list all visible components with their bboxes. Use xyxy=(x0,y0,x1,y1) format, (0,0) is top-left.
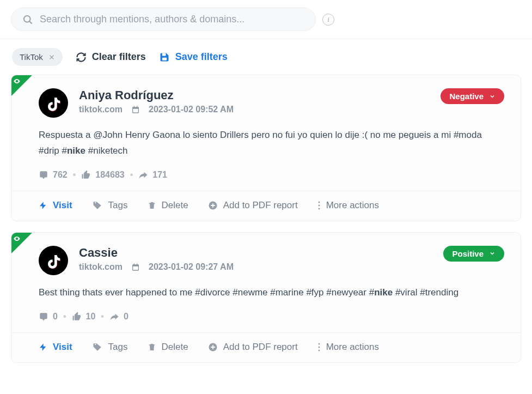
delete-button[interactable]: Delete xyxy=(148,342,188,353)
visit-button[interactable]: Visit xyxy=(39,200,72,211)
svg-rect-9 xyxy=(134,106,134,107)
comments-stat: 762 xyxy=(39,170,68,180)
more-actions-button[interactable]: More actions xyxy=(317,342,379,353)
mention-body: Respuesta a @John Henry Gaona lo siento … xyxy=(11,118,521,159)
thumbs-up-icon xyxy=(72,312,82,322)
save-filters-button[interactable]: Save filters xyxy=(159,51,228,63)
likes-stat: 10 xyxy=(72,312,96,322)
sentiment-badge[interactable]: Negative xyxy=(441,88,504,104)
svg-rect-4 xyxy=(162,53,166,56)
plus-circle-icon xyxy=(208,342,218,352)
search-icon xyxy=(22,14,33,25)
bolt-icon xyxy=(39,201,47,210)
svg-rect-19 xyxy=(137,263,137,265)
tag-icon xyxy=(92,342,103,352)
search-input[interactable] xyxy=(40,14,304,25)
tag-icon xyxy=(92,201,103,210)
comments-stat: 0 xyxy=(39,312,58,322)
calendar-icon xyxy=(131,105,140,114)
svg-point-15 xyxy=(16,238,17,239)
more-actions-button[interactable]: More actions xyxy=(317,200,379,211)
tags-button[interactable]: Tags xyxy=(92,342,128,353)
comment-icon xyxy=(39,312,48,322)
timestamp: 2023-01-02 09:52 AM xyxy=(149,105,234,114)
svg-point-0 xyxy=(24,15,30,22)
plus-circle-icon xyxy=(208,201,218,210)
svg-rect-18 xyxy=(134,263,134,265)
corner-badge xyxy=(11,75,32,96)
timestamp: 2023-01-02 09:27 AM xyxy=(149,262,234,272)
domain: tiktok.com xyxy=(79,105,123,114)
trash-icon xyxy=(148,342,156,352)
dots-vertical-icon xyxy=(317,342,321,352)
svg-point-6 xyxy=(16,81,17,82)
add-pdf-button[interactable]: Add to PDF report xyxy=(208,342,298,353)
mention-body: Best thing thats ever happened to me #di… xyxy=(11,275,521,301)
info-icon[interactable]: i xyxy=(322,14,334,26)
share-icon xyxy=(138,170,148,180)
filter-chip-tiktok[interactable]: TikTok xyxy=(12,48,63,66)
svg-point-13 xyxy=(318,204,320,206)
svg-point-23 xyxy=(318,349,320,351)
sentiment-badge[interactable]: Positive xyxy=(443,246,504,262)
chevron-down-icon xyxy=(489,250,496,257)
domain: tiktok.com xyxy=(79,262,123,272)
svg-rect-8 xyxy=(133,109,138,113)
shares-stat: 171 xyxy=(138,170,167,180)
eye-icon xyxy=(13,77,21,85)
mention-card: Cassie tiktok.com 2023-01-02 09:27 AM Po… xyxy=(11,232,521,363)
calendar-icon xyxy=(131,263,140,271)
trash-icon xyxy=(148,201,156,210)
share-icon xyxy=(109,312,119,322)
save-icon xyxy=(159,52,170,63)
author-name: Aniya Rodríguez xyxy=(79,88,430,102)
thumbs-up-icon xyxy=(81,170,91,180)
bolt-icon xyxy=(39,342,47,352)
svg-point-14 xyxy=(318,208,320,209)
filters-row: TikTok Clear filters Save filters xyxy=(0,39,532,75)
visit-button[interactable]: Visit xyxy=(39,342,72,353)
mentions-feed: Aniya Rodríguez tiktok.com 2023-01-02 09… xyxy=(0,75,532,374)
shares-stat: 0 xyxy=(109,312,129,322)
svg-point-21 xyxy=(318,343,320,344)
eye-icon xyxy=(13,235,21,243)
svg-point-12 xyxy=(318,201,320,203)
search-bar: i xyxy=(0,0,532,39)
chevron-down-icon xyxy=(489,93,496,100)
avatar xyxy=(39,246,68,275)
refresh-icon xyxy=(76,52,87,63)
clear-filters-label: Clear filters xyxy=(92,51,146,63)
tags-button[interactable]: Tags xyxy=(92,200,128,211)
save-filters-label: Save filters xyxy=(175,51,228,63)
svg-rect-10 xyxy=(137,106,137,107)
clear-filters-button[interactable]: Clear filters xyxy=(76,51,146,63)
corner-badge xyxy=(11,233,32,253)
comment-icon xyxy=(39,170,48,180)
mention-card: Aniya Rodríguez tiktok.com 2023-01-02 09… xyxy=(11,75,521,221)
svg-line-1 xyxy=(29,21,32,23)
dots-vertical-icon xyxy=(317,201,321,210)
chip-label: TikTok xyxy=(20,52,43,62)
author-name: Cassie xyxy=(79,246,432,260)
sentiment-label: Positive xyxy=(452,249,484,258)
search-input-wrap[interactable] xyxy=(11,8,316,31)
add-pdf-button[interactable]: Add to PDF report xyxy=(208,200,298,211)
avatar xyxy=(39,88,68,118)
mention-stats: 0 • 10 • 0 xyxy=(11,301,521,332)
close-icon[interactable] xyxy=(48,54,55,60)
sentiment-label: Negative xyxy=(449,92,484,101)
likes-stat: 184683 xyxy=(81,170,124,180)
svg-point-22 xyxy=(318,346,320,348)
mention-stats: 762 • 184683 • 171 xyxy=(11,159,521,191)
delete-button[interactable]: Delete xyxy=(148,200,188,211)
svg-rect-17 xyxy=(133,266,138,270)
svg-rect-5 xyxy=(162,57,167,60)
